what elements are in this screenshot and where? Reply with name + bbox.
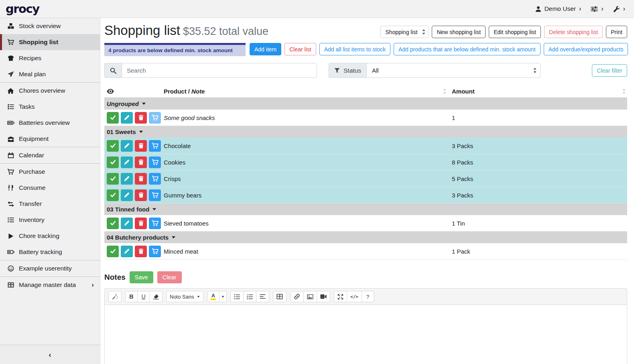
- group-name: 01 Sweets: [107, 128, 136, 135]
- mark-done-button[interactable]: [107, 246, 119, 257]
- delete-item-button[interactable]: [135, 218, 147, 229]
- user-menu[interactable]: Demo User ›: [535, 5, 581, 12]
- text-color-caret[interactable]: [219, 291, 227, 302]
- add-all-to-stock-button[interactable]: Add all list items to stock: [319, 43, 390, 55]
- delete-item-button[interactable]: [135, 189, 147, 201]
- insert-table-button[interactable]: [273, 291, 287, 302]
- text-color-button[interactable]: A: [207, 291, 219, 302]
- search-input[interactable]: [122, 63, 317, 78]
- add-overdue-button[interactable]: Add overdue/expired products: [544, 43, 628, 55]
- sidebar-item-label: Batteries overview: [19, 119, 70, 126]
- save-notes-button[interactable]: Save: [130, 271, 153, 283]
- sort-icon: [622, 89, 626, 94]
- sidebar-item-shopping-list[interactable]: Shopping list: [0, 34, 100, 50]
- delete-item-button[interactable]: [135, 173, 147, 185]
- add-to-stock-button[interactable]: [149, 189, 161, 201]
- group-header-01-sweets[interactable]: 01 Sweets: [104, 126, 627, 138]
- table-body: UngroupedSome good snacks101 SweetsChoco…: [104, 98, 627, 260]
- amount-column-header[interactable]: Amount: [452, 88, 627, 95]
- edit-item-button[interactable]: [121, 189, 133, 201]
- edit-item-button[interactable]: [121, 157, 133, 168]
- edit-item-button[interactable]: [121, 140, 133, 152]
- add-to-stock-button[interactable]: [149, 173, 161, 185]
- eye-icon[interactable]: [107, 89, 114, 94]
- sidebar-item-battery-tracking[interactable]: Battery tracking: [0, 244, 100, 260]
- editor-area[interactable]: [105, 305, 627, 364]
- add-item-button[interactable]: Add item: [250, 43, 281, 55]
- group-header-04-butchery-products[interactable]: 04 Butchery products: [104, 232, 627, 243]
- delete-item-button[interactable]: [135, 157, 147, 168]
- sidebar-item-batteries-overview[interactable]: Batteries overview: [0, 115, 100, 131]
- status-select[interactable]: All: [366, 63, 541, 78]
- code-view-button[interactable]: </>: [347, 291, 362, 302]
- sidebar-collapse-button[interactable]: ‹: [0, 345, 100, 364]
- clear-formatting-button[interactable]: [149, 291, 163, 302]
- mark-done-button[interactable]: [107, 112, 119, 124]
- group-header-ungrouped[interactable]: Ungrouped: [104, 98, 627, 110]
- ordered-list-button[interactable]: [243, 291, 256, 302]
- new-shopping-list-button[interactable]: New shopping list: [432, 26, 486, 38]
- bold-button[interactable]: B: [125, 291, 138, 302]
- user-name: Demo User: [545, 5, 576, 12]
- add-to-stock-button[interactable]: [149, 157, 161, 168]
- paragraph-align-button[interactable]: [256, 291, 269, 302]
- sidebar-item-purchase[interactable]: Purchase: [0, 164, 100, 180]
- add-to-stock-button[interactable]: [149, 112, 161, 124]
- sidebar-item-recipes[interactable]: Recipes: [0, 50, 100, 66]
- min-stock-alert[interactable]: 4 products are below defined min. stock …: [104, 43, 246, 56]
- shopping-list-select[interactable]: Shopping list: [380, 26, 429, 38]
- insert-video-button[interactable]: [317, 291, 330, 302]
- sidebar-item-inventory[interactable]: Inventory: [0, 212, 100, 228]
- pencil-icon: [124, 220, 130, 226]
- sidebar-item-transfer[interactable]: Transfer: [0, 196, 100, 212]
- edit-item-button[interactable]: [121, 173, 133, 185]
- clear-list-button[interactable]: Clear list: [284, 43, 316, 55]
- sidebar-item-equipment[interactable]: Equipment: [0, 131, 100, 147]
- magic-button[interactable]: [108, 291, 122, 302]
- mark-done-button[interactable]: [107, 218, 119, 229]
- add-to-stock-button[interactable]: [149, 140, 161, 152]
- clear-notes-button[interactable]: Clear: [157, 271, 182, 283]
- edit-item-button[interactable]: [121, 246, 133, 257]
- sliders-icon: [591, 6, 598, 12]
- sidebar-item-manage-master-data[interactable]: Manage master data›: [0, 277, 100, 293]
- sidebar-item-label: Meal plan: [19, 71, 46, 78]
- mark-done-button[interactable]: [107, 173, 119, 185]
- font-family-select[interactable]: Noto Sans: [166, 291, 203, 302]
- underline-button[interactable]: U: [137, 291, 150, 302]
- sidebar-item-tasks[interactable]: Tasks: [0, 99, 100, 115]
- delete-item-button[interactable]: [135, 246, 147, 257]
- settings-menu[interactable]: ›: [591, 6, 603, 12]
- sidebar-item-chore-tracking[interactable]: Chore tracking: [0, 228, 100, 244]
- admin-menu[interactable]: ›: [613, 6, 625, 12]
- delete-shopping-list-button[interactable]: Delete shopping list: [544, 26, 603, 38]
- delete-item-button[interactable]: [135, 112, 147, 124]
- product-column-header[interactable]: Product / Note: [164, 88, 452, 95]
- mark-done-button[interactable]: [107, 189, 119, 201]
- sidebar-item-calendar[interactable]: Calendar: [0, 147, 100, 163]
- mark-done-button[interactable]: [107, 157, 119, 168]
- sidebar-item-example-userentity[interactable]: Example userentity: [0, 260, 100, 277]
- clear-filter-button[interactable]: Clear filter: [592, 64, 627, 77]
- edit-shopping-list-button[interactable]: Edit shopping list: [489, 26, 541, 38]
- add-to-stock-button[interactable]: [149, 218, 161, 229]
- sidebar-item-stock-overview[interactable]: Stock overview: [0, 18, 100, 34]
- edit-item-button[interactable]: [121, 112, 133, 124]
- unordered-list-button[interactable]: [230, 291, 244, 302]
- add-to-stock-button[interactable]: [149, 246, 161, 257]
- add-below-min-button[interactable]: Add products that are below defined min.…: [394, 43, 541, 55]
- group-header-03-tinned-food[interactable]: 03 Tinned food: [104, 203, 627, 215]
- delete-item-button[interactable]: [135, 140, 147, 152]
- print-button[interactable]: Print: [606, 26, 627, 38]
- cubes-icon: [7, 23, 14, 29]
- mark-done-button[interactable]: [107, 140, 119, 152]
- fullscreen-button[interactable]: [334, 291, 347, 302]
- edit-item-button[interactable]: [121, 218, 133, 229]
- sidebar-item-meal-plan[interactable]: Meal plan: [0, 66, 100, 82]
- sidebar-item-chores-overview[interactable]: Chores overview: [0, 83, 100, 99]
- insert-picture-button[interactable]: [303, 291, 317, 302]
- sidebar-item-consume[interactable]: Consume: [0, 180, 100, 196]
- help-button[interactable]: ?: [362, 291, 374, 302]
- insert-link-button[interactable]: [290, 291, 304, 302]
- grocy-logo[interactable]: grocy: [6, 2, 39, 16]
